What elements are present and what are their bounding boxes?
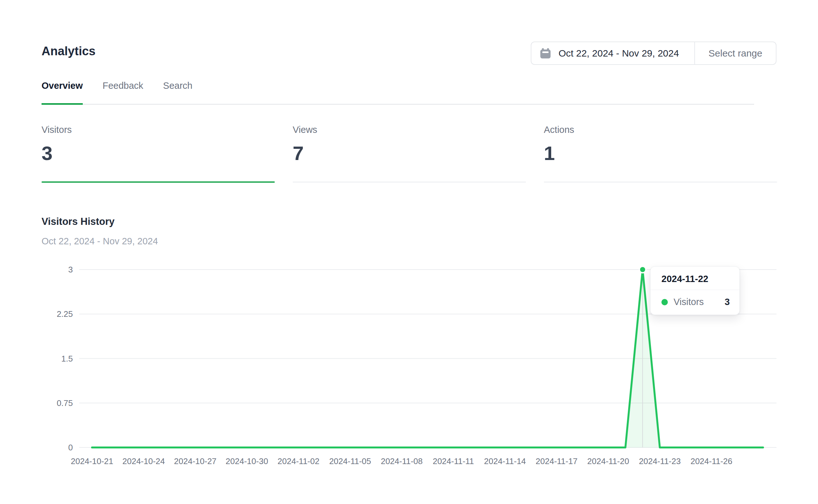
highlight-point: [639, 266, 646, 273]
tooltip-series-value: 3: [725, 297, 730, 307]
svg-text:3: 3: [68, 265, 73, 274]
svg-text:0: 0: [68, 443, 73, 452]
svg-text:2024-11-05: 2024-11-05: [329, 456, 371, 466]
tooltip-date: 2024-11-22: [651, 267, 739, 290]
svg-text:2024-10-27: 2024-10-27: [174, 456, 217, 466]
svg-text:2024-10-21: 2024-10-21: [71, 456, 113, 466]
svg-text:0.75: 0.75: [57, 398, 73, 408]
tooltip-series-label: Visitors: [674, 297, 725, 307]
svg-text:2024-11-14: 2024-11-14: [484, 456, 526, 466]
svg-text:2024-11-26: 2024-11-26: [691, 456, 732, 466]
visitors-history-chart[interactable]: 00.751.52.2532024-10-212024-10-242024-10…: [0, 0, 818, 504]
svg-text:2024-10-30: 2024-10-30: [225, 456, 268, 466]
analytics-page: Analytics Oct 22, 2024 - Nov 29, 2024 Se…: [0, 0, 818, 504]
svg-text:1.5: 1.5: [61, 354, 73, 363]
svg-text:2.25: 2.25: [57, 309, 73, 319]
svg-text:2024-11-20: 2024-11-20: [587, 456, 629, 466]
svg-text:2024-11-17: 2024-11-17: [536, 456, 577, 466]
visitors-series-dot-icon: [661, 299, 668, 305]
svg-text:2024-11-02: 2024-11-02: [278, 456, 319, 466]
svg-text:2024-11-08: 2024-11-08: [381, 456, 423, 466]
tooltip-row: Visitors 3: [651, 290, 739, 315]
chart-tooltip: 2024-11-22 Visitors 3: [650, 266, 740, 315]
svg-text:2024-11-23: 2024-11-23: [639, 456, 681, 466]
svg-text:2024-10-24: 2024-10-24: [122, 456, 165, 466]
svg-text:2024-11-11: 2024-11-11: [433, 456, 474, 466]
